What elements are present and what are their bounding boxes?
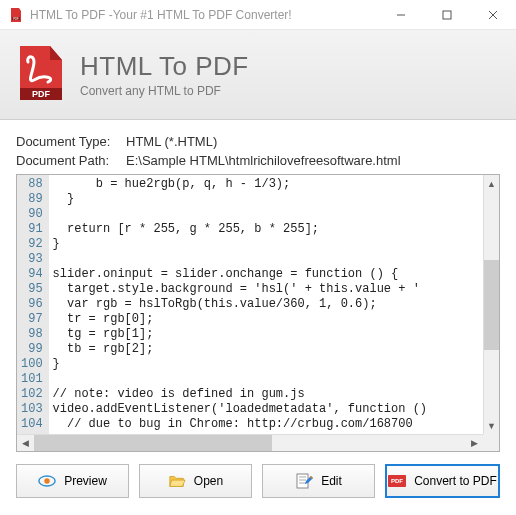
app-header: PDF HTML To PDF Convert any HTML to PDF <box>0 30 516 120</box>
minimize-button[interactable] <box>378 0 424 30</box>
document-path-value: E:\Sample HTML\htmlrichilovefreesoftware… <box>126 153 401 168</box>
line-number: 93 <box>21 252 43 267</box>
line-number: 95 <box>21 282 43 297</box>
line-number: 89 <box>21 192 43 207</box>
hscroll-thumb[interactable] <box>34 435 272 452</box>
window-title: HTML To PDF -Your #1 HTML To PDF Convert… <box>30 8 378 22</box>
scroll-up-icon[interactable]: ▲ <box>484 175 499 192</box>
code-text[interactable]: b = hue2rgb(p, q, h - 1/3); } return [r … <box>49 175 499 435</box>
pencil-icon <box>295 472 313 490</box>
line-number: 103 <box>21 402 43 417</box>
close-button[interactable] <box>470 0 516 30</box>
line-number: 104 <box>21 417 43 432</box>
code-line: } <box>53 357 495 372</box>
code-line: video.addEventListener('loadedmetadata',… <box>53 402 495 417</box>
code-line: b = hue2rgb(p, q, h - 1/3); <box>53 177 495 192</box>
app-icon: PDF <box>8 7 24 23</box>
code-line: } <box>53 237 495 252</box>
code-line <box>53 372 495 387</box>
line-number: 101 <box>21 372 43 387</box>
open-label: Open <box>194 474 223 488</box>
svg-text:PDF: PDF <box>13 16 19 20</box>
line-gutter: 888990919293949596979899100101102103104 <box>17 175 49 435</box>
code-line: tr = rgb[0]; <box>53 312 495 327</box>
window-controls <box>378 0 516 29</box>
code-line: // due to bug in Chrome: http://crbug.co… <box>53 417 495 432</box>
line-number: 97 <box>21 312 43 327</box>
code-line <box>53 207 495 222</box>
line-number: 96 <box>21 297 43 312</box>
line-number: 94 <box>21 267 43 282</box>
pdf-logo-icon: PDF <box>16 44 66 105</box>
code-line: slider.oninput = slider.onchange = funct… <box>53 267 495 282</box>
code-line <box>53 252 495 267</box>
header-subtitle: Convert any HTML to PDF <box>80 84 249 98</box>
document-type-row: Document Type: HTML (*.HTML) <box>16 134 500 149</box>
scroll-down-icon[interactable]: ▼ <box>484 417 499 434</box>
convert-label: Convert to PDF <box>414 474 497 488</box>
code-line: target.style.background = 'hsl(' + this.… <box>53 282 495 297</box>
horizontal-scrollbar[interactable]: ◀ ▶ <box>17 434 483 451</box>
code-line: // note: video is defined in gum.js <box>53 387 495 402</box>
line-number: 90 <box>21 207 43 222</box>
eye-icon <box>38 472 56 490</box>
edit-label: Edit <box>321 474 342 488</box>
code-preview: 888990919293949596979899100101102103104 … <box>16 174 500 452</box>
preview-button[interactable]: Preview <box>16 464 129 498</box>
document-type-value: HTML (*.HTML) <box>126 134 217 149</box>
scroll-left-icon[interactable]: ◀ <box>17 435 34 452</box>
line-number: 88 <box>21 177 43 192</box>
preview-label: Preview <box>64 474 107 488</box>
svg-point-9 <box>44 478 49 483</box>
code-line: tg = rgb[1]; <box>53 327 495 342</box>
document-path-label: Document Path: <box>16 153 126 168</box>
vertical-scrollbar[interactable]: ▲ ▼ <box>483 175 499 434</box>
svg-text:PDF: PDF <box>32 89 51 99</box>
document-type-label: Document Type: <box>16 134 126 149</box>
svg-rect-3 <box>443 11 451 19</box>
line-number: 99 <box>21 342 43 357</box>
edit-button[interactable]: Edit <box>262 464 375 498</box>
vscroll-thumb[interactable] <box>484 260 499 350</box>
code-line: var rgb = hslToRgb(this.value/360, 1, 0.… <box>53 297 495 312</box>
titlebar: PDF HTML To PDF -Your #1 HTML To PDF Con… <box>0 0 516 30</box>
folder-open-icon <box>168 472 186 490</box>
document-path-row: Document Path: E:\Sample HTML\htmlrichil… <box>16 153 500 168</box>
action-buttons: Preview Open Edit PDF Convert to PDF <box>16 464 500 498</box>
maximize-button[interactable] <box>424 0 470 30</box>
scroll-right-icon[interactable]: ▶ <box>466 435 483 452</box>
main-content: Document Type: HTML (*.HTML) Document Pa… <box>0 120 516 508</box>
line-number: 91 <box>21 222 43 237</box>
header-title: HTML To PDF <box>80 51 249 82</box>
line-number: 100 <box>21 357 43 372</box>
code-line: } <box>53 192 495 207</box>
code-line: return [r * 255, g * 255, b * 255]; <box>53 222 495 237</box>
pdf-badge-icon: PDF <box>388 472 406 490</box>
convert-button[interactable]: PDF Convert to PDF <box>385 464 500 498</box>
line-number: 98 <box>21 327 43 342</box>
line-number: 102 <box>21 387 43 402</box>
svg-text:PDF: PDF <box>391 478 403 484</box>
open-button[interactable]: Open <box>139 464 252 498</box>
line-number: 92 <box>21 237 43 252</box>
code-line: tb = rgb[2]; <box>53 342 495 357</box>
